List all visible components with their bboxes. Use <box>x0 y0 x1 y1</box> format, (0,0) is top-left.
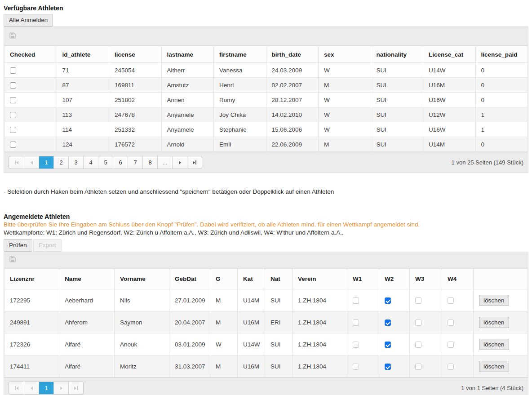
cell-sex: W <box>319 63 371 78</box>
cell-birth-date: 14.02.2010 <box>266 107 319 122</box>
next-page-button[interactable] <box>172 156 187 169</box>
col-license-paid: license_paid <box>475 46 528 63</box>
w4-checkbox[interactable] <box>448 320 454 326</box>
available-pager-info: 1 von 25 Seiten (149 Stück) <box>452 159 523 166</box>
cell-license: 251802 <box>109 93 162 107</box>
cell-license-cat: U14W <box>423 63 476 78</box>
w2-checkbox[interactable] <box>385 320 391 326</box>
page-button-1[interactable]: 1 <box>39 382 53 394</box>
athlete-row[interactable]: 114 251332 Anyamele Stephanie 15.06.2006… <box>4 122 528 137</box>
athlete-row[interactable]: 107 251802 Annen Romy 28.12.2007 W SUI U… <box>4 93 528 107</box>
prev-page-button[interactable] <box>24 382 39 394</box>
w1-checkbox[interactable] <box>353 364 359 370</box>
col-w4: W4 <box>442 269 474 289</box>
first-page-button[interactable] <box>9 382 24 394</box>
athlete-row[interactable]: 87 169811 Amstutz Henri 02.02.2007 M SUI… <box>4 78 528 93</box>
cell-name: Alfaré <box>59 355 115 377</box>
available-athletes-table: Checked id_athlete license lastname firs… <box>4 46 528 152</box>
registered-row: 174411 Alfaré Moritz 31.03.2007 M U16M S… <box>4 355 528 377</box>
w1-checkbox[interactable] <box>353 297 359 304</box>
athlete-select-checkbox[interactable] <box>10 82 16 89</box>
first-page-button[interactable] <box>9 156 24 169</box>
cell-id-athlete: 114 <box>57 122 109 137</box>
page-button-4[interactable]: 4 <box>83 156 98 169</box>
page-button-3[interactable]: 3 <box>68 156 83 169</box>
delete-button[interactable]: löschen <box>479 361 509 372</box>
last-page-button[interactable] <box>68 382 83 394</box>
prev-page-button[interactable] <box>24 156 39 169</box>
w1-checkbox[interactable] <box>353 320 359 326</box>
cell-sex: W <box>319 122 371 137</box>
cell-g: M <box>210 355 238 377</box>
page-button-5[interactable]: 5 <box>98 156 113 169</box>
athlete-select-checkbox[interactable] <box>10 112 16 118</box>
cell-name: Ahferom <box>59 311 115 333</box>
page-button-7[interactable]: 7 <box>128 156 142 169</box>
athlete-select-checkbox[interactable] <box>10 67 16 74</box>
cell-kat: U14W <box>238 333 265 355</box>
athlete-row[interactable]: 71 245054 Altherr Vanessa 24.03.2009 W S… <box>4 63 528 78</box>
athlete-select-checkbox[interactable] <box>10 97 16 103</box>
w3-checkbox[interactable] <box>415 320 421 326</box>
w2-checkbox[interactable] <box>385 297 391 304</box>
save-button[interactable] <box>9 32 16 40</box>
cell-sex: W <box>319 107 371 122</box>
delete-button[interactable]: löschen <box>479 317 509 328</box>
save-button[interactable] <box>9 256 16 264</box>
cell-nationality: SUI <box>371 137 423 152</box>
delete-button[interactable]: löschen <box>479 339 509 350</box>
register-all-button[interactable]: Alle Anmelden <box>4 14 53 27</box>
venues-text: Wettkampforte: W1: Zürich und Regensdorf… <box>4 229 528 236</box>
cell-license-cat: U16M <box>423 78 476 93</box>
col-vorname: Vorname <box>115 269 169 289</box>
cell-lizenznr: 172295 <box>4 289 59 311</box>
arrow-left-icon <box>31 386 33 390</box>
cell-license: 245054 <box>109 63 162 78</box>
col-verein: Verein <box>293 269 347 289</box>
w4-checkbox[interactable] <box>448 297 454 304</box>
cell-firstname: Joy Chika <box>214 107 266 122</box>
page-button-2[interactable]: 2 <box>53 156 68 169</box>
registered-actions: PrüfenExport <box>4 239 528 252</box>
last-page-button[interactable] <box>187 156 202 169</box>
registered-athletes-grid: Lizenznr Name Vorname GebDat G Kat Nat V… <box>4 252 528 395</box>
w4-checkbox[interactable] <box>448 342 454 348</box>
athlete-row[interactable]: 113 247678 Anyamele Joy Chika 14.02.2010… <box>4 107 528 122</box>
athlete-select-checkbox[interactable] <box>10 142 16 148</box>
w4-checkbox[interactable] <box>448 364 454 370</box>
col-checked: Checked <box>4 46 57 63</box>
col-name: Name <box>59 269 115 289</box>
cell-lastname: Arnold <box>161 137 214 152</box>
w2-checkbox[interactable] <box>385 364 391 370</box>
available-header-row: Checked id_athlete license lastname firs… <box>4 46 528 63</box>
athlete-select-checkbox[interactable] <box>10 127 16 133</box>
save-icon <box>9 256 16 264</box>
w3-checkbox[interactable] <box>415 364 421 370</box>
col-firstname: firstname <box>214 46 266 63</box>
cell-firstname: Stephanie <box>214 122 266 137</box>
page-button-8[interactable]: 8 <box>142 156 157 169</box>
registered-pager-buttons: 1 <box>9 382 84 395</box>
available-athletes-grid: Checked id_athlete license lastname firs… <box>4 27 528 173</box>
athlete-row[interactable]: 124 176572 Arnold Emil 22.06.2009 M SUI … <box>4 137 528 152</box>
cell-license: 251332 <box>109 122 162 137</box>
page-button-1[interactable]: 1 <box>39 156 53 169</box>
more-pages-button[interactable]: ... <box>157 156 172 169</box>
next-page-button[interactable] <box>53 382 68 394</box>
cell-license-paid: 0 <box>475 93 528 107</box>
seek-last-icon <box>74 386 78 390</box>
col-sex: sex <box>319 46 371 63</box>
cell-birth-date: 15.06.2006 <box>266 122 319 137</box>
w1-checkbox[interactable] <box>353 342 359 348</box>
cell-verein: 1.ZH.1804 <box>293 311 347 333</box>
export-button[interactable]: Export <box>33 239 62 252</box>
delete-button[interactable]: löschen <box>479 295 509 306</box>
page-button-6[interactable]: 6 <box>113 156 128 169</box>
w2-checkbox[interactable] <box>385 342 391 348</box>
cell-license-cat: U16W <box>423 122 476 137</box>
w3-checkbox[interactable] <box>415 297 421 304</box>
w3-checkbox[interactable] <box>415 342 421 348</box>
cell-gebdat: 27.01.2009 <box>169 289 210 311</box>
cell-id-athlete: 71 <box>57 63 109 78</box>
check-button[interactable]: Prüfen <box>4 239 32 252</box>
